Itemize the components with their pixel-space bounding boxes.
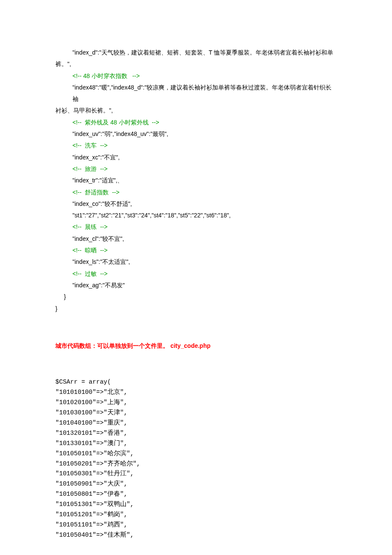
section-heading: 城市代码数组：可以单独放到一个文件里。 city_code.php xyxy=(55,340,337,352)
code-text: "index_ag":"不易发" xyxy=(72,282,125,289)
php-line: "101051101"=>"鸡西", xyxy=(55,520,337,530)
code-line: "index_xc":"不宜", xyxy=(55,152,337,163)
code-line: "index_tr":"适宜",、 xyxy=(55,175,337,186)
code-line: } xyxy=(55,291,337,303)
code-line: "index_co":"较不舒适", xyxy=(55,198,337,210)
code-line: <!-- 旅游 --> xyxy=(55,163,337,175)
code-comment: <!-- 晾晒 --> xyxy=(72,247,107,254)
code-line: 衬衫、马甲和长裤。", xyxy=(55,105,337,116)
code-line: 裤。", xyxy=(55,58,337,70)
code-text: "index_ls":"不太适宜", xyxy=(72,258,130,265)
code-text: 衬衫、马甲和长裤。", xyxy=(55,107,113,114)
code-comment: <!-- 舒适指数 --> xyxy=(72,189,119,196)
json-code-block: "index_d":"天气较热，建议着短裙、短裤、短套装、T 恤等夏季服装。年老… xyxy=(55,47,337,315)
code-line: "index_ag":"不易发" xyxy=(55,280,337,291)
php-line: "101050301"=>"牡丹江", xyxy=(55,469,337,479)
code-line: <!-- 晾晒 --> xyxy=(55,245,337,256)
php-line: "101050101"=>"哈尔滨", xyxy=(55,449,337,459)
code-line: <!-- 晨练 --> xyxy=(55,221,337,233)
code-text: 裤。", xyxy=(55,61,71,67)
php-code-block: $CSArr = array("101010100"=>"北京","101020… xyxy=(55,377,337,541)
php-line: "101010100"=>"北京", xyxy=(55,387,337,398)
code-line: <!-- 洗车 --> xyxy=(55,140,337,151)
code-comment: <!-- 晨练 --> xyxy=(72,223,107,230)
php-line: "101030100"=>"天津", xyxy=(55,408,337,418)
php-line: "101050201"=>"齐齐哈尔", xyxy=(55,459,337,469)
php-line: "101051301"=>"双鸭山", xyxy=(55,500,337,510)
code-line: <!-- 紫外线及 48 小时紫外线 --> xyxy=(55,117,337,128)
code-comment: <!-- 紫外线及 48 小时紫外线 --> xyxy=(72,119,159,126)
code-text: "index_uv":"弱","index48_uv":"最弱", xyxy=(72,130,168,137)
php-line: "101050801"=>"伊春", xyxy=(55,489,337,500)
php-line: "101320101"=>"香港", xyxy=(55,428,337,439)
code-line: "index48":"暖","index48_d":"较凉爽，建议着长袖衬衫加单… xyxy=(55,82,337,105)
code-line: <!-- 过敏 --> xyxy=(55,268,337,280)
php-line: "101050401"=>"佳木斯", xyxy=(55,530,337,541)
code-comment: <!-- 旅游 --> xyxy=(72,165,107,172)
code-text: "index_xc":"不宜", xyxy=(72,154,120,161)
code-text: "index_co":"较不舒适", xyxy=(72,200,132,207)
code-text: "index48":"暖","index48_d":"较凉爽，建议着长袖衬衫加单… xyxy=(72,84,331,102)
code-line: "index_d":"天气较热，建议着短裙、短裤、短套装、T 恤等夏季服装。年老… xyxy=(55,47,337,58)
code-text: "index_d":"天气较热，建议着短裙、短裤、短套装、T 恤等夏季服装。年老… xyxy=(72,49,333,56)
php-line: "101050901"=>"大庆", xyxy=(55,479,337,489)
code-line: <!-- 舒适指数 --> xyxy=(55,187,337,198)
code-line: "index_uv":"弱","index48_uv":"最弱", xyxy=(55,128,337,140)
code-line: <!-- 48 小时穿衣指数 --> xyxy=(55,70,337,82)
code-text: "index_cl":"较不宜", xyxy=(72,235,124,242)
code-text: } xyxy=(55,305,58,312)
php-line: $CSArr = array( xyxy=(55,377,337,387)
code-comment: <!-- 过敏 --> xyxy=(72,270,107,277)
code-text: "index_tr":"适宜",、 xyxy=(72,177,123,184)
code-text: } xyxy=(64,293,66,300)
code-text: "st1":"27","st2":"21","st3":"24","st4":"… xyxy=(72,212,231,219)
php-line: "101051201"=>"鹤岗", xyxy=(55,510,337,520)
code-line: "st1":"27","st2":"21","st3":"24","st4":"… xyxy=(55,210,337,221)
php-line: "101330101"=>"澳门", xyxy=(55,439,337,449)
php-line: "101020100"=>"上海", xyxy=(55,398,337,408)
php-line: "101040100"=>"重庆", xyxy=(55,418,337,428)
code-line: "index_ls":"不太适宜", xyxy=(55,256,337,268)
code-comment: <!-- 48 小时穿衣指数 --> xyxy=(72,72,140,79)
code-line: "index_cl":"较不宜", xyxy=(55,233,337,245)
code-comment: <!-- 洗车 --> xyxy=(72,142,107,149)
code-line: } xyxy=(55,303,337,315)
